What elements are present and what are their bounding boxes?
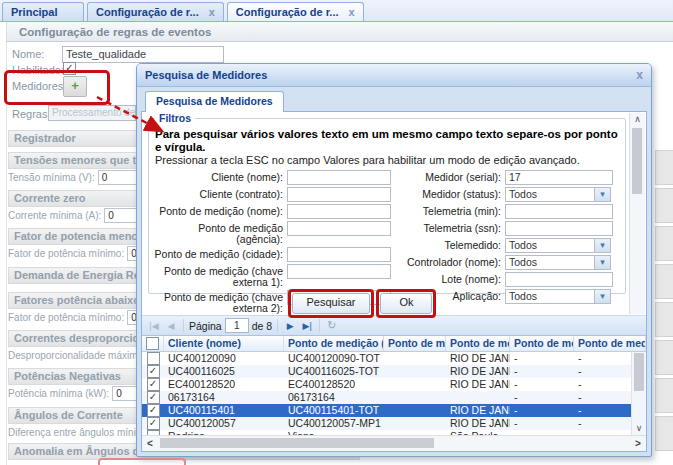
scrollbar-thumb[interactable] <box>632 128 642 194</box>
filter-input[interactable] <box>287 204 391 219</box>
filter-row: Ponto de medição (cidade): <box>151 247 391 262</box>
table-cell: RIO DE JANEIRO <box>446 417 510 430</box>
separator <box>183 319 184 332</box>
scroll-down-icon[interactable]: ∨ <box>632 422 646 435</box>
scrollbar-thumb[interactable] <box>634 353 644 391</box>
filter-select[interactable]: Todos▾ <box>505 187 611 202</box>
table-cell: - <box>510 352 574 365</box>
table-cell: UC400116025 <box>164 365 284 378</box>
tab-principal[interactable]: Principal <box>2 2 84 21</box>
filter-row: Lote (nome): <box>401 272 625 287</box>
tab-configuracao-1[interactable]: Configuração de r...x <box>87 2 224 21</box>
chevron-down-icon[interactable]: ▾ <box>594 188 610 201</box>
table-cell: - <box>574 352 632 365</box>
pesquisar-button[interactable]: Pesquisar <box>292 293 371 314</box>
filter-label: Telemedido: <box>401 238 505 251</box>
ok-button[interactable]: Ok <box>380 293 432 314</box>
close-icon[interactable]: x <box>636 69 643 81</box>
filter-input[interactable] <box>505 221 613 236</box>
close-icon[interactable]: x <box>199 4 215 21</box>
refresh-icon[interactable]: ↻ <box>327 319 336 332</box>
filter-input[interactable] <box>287 264 391 279</box>
table-scrollbar[interactable]: ∨ <box>631 352 646 435</box>
tab-label: Configuração de r... <box>96 4 199 21</box>
last-page-icon[interactable]: ▶| <box>300 321 314 331</box>
row-checkbox[interactable]: ✓ <box>147 417 160 430</box>
filter-row: Medidor (serial):17 <box>401 170 625 185</box>
filters-scrollbar[interactable]: ∧ <box>629 113 645 314</box>
table-cell: - <box>574 365 632 378</box>
table-row[interactable]: ✓UC400115401UC400115401-TOTRIO DE JANEIR… <box>142 404 632 417</box>
chevron-down-icon[interactable]: ▾ <box>594 256 610 269</box>
table-header-cell[interactable]: Ponto de medição <box>446 336 510 351</box>
filter-input[interactable] <box>287 221 391 236</box>
table-row[interactable]: ✓UC400120057UC400120057-MP1RIO DE JANEIR… <box>142 417 632 430</box>
close-icon[interactable]: x <box>339 4 355 21</box>
table-cell: UC400120057-MP1 <box>284 417 384 430</box>
table-row[interactable]: ✓UC400116025UC400116025-TOTRIO DE JANEIR… <box>142 365 632 378</box>
table-cell: RIO DE JANEIRO <box>446 365 510 378</box>
scroll-up-icon[interactable]: ∧ <box>630 113 645 126</box>
scroll-right-icon[interactable]: > <box>630 438 646 449</box>
row-checkbox[interactable] <box>147 352 160 365</box>
row-checkbox[interactable]: ✓ <box>147 365 160 378</box>
first-page-icon[interactable]: |◀ <box>147 321 161 331</box>
table-cell: - <box>510 404 574 417</box>
table-header-cell[interactable]: Ponto de medição (nome) <box>284 336 384 351</box>
page-label: Página <box>189 320 222 332</box>
row-checkbox[interactable]: ✓ <box>147 404 160 417</box>
row-checkbox-cell: ✓ <box>142 365 164 378</box>
table-row[interactable]: ✓EC400128520EC400128520RIO DE JANEIRO-- <box>142 378 632 391</box>
scrollbar-thumb[interactable] <box>160 438 434 448</box>
table-cell <box>384 404 446 417</box>
filter-select[interactable]: Todos▾ <box>505 255 611 270</box>
dialog-title: Pesquisa de Medidores <box>145 69 267 81</box>
table-cell: UC400116025-TOT <box>284 365 384 378</box>
table-cell <box>384 378 446 391</box>
scroll-left-icon[interactable]: < <box>142 438 158 449</box>
row-checkbox-cell: ✓ <box>142 391 164 404</box>
filter-input[interactable] <box>287 187 391 202</box>
row-checkbox[interactable]: ✓ <box>147 391 160 404</box>
next-page-icon[interactable]: ▶ <box>283 321 297 331</box>
table-cell: UC400120090-TOT <box>284 352 384 365</box>
dialog-titlebar[interactable]: Pesquisa de Medidores x <box>137 64 651 87</box>
page-number-input[interactable]: 1 <box>225 318 249 333</box>
table-header-cell[interactable]: Ponto de medição <box>510 336 574 351</box>
filter-row: Medidor (status):Todos▾ <box>401 187 625 202</box>
select-all-checkbox[interactable] <box>146 337 159 350</box>
dialog-buttons: Pesquisar Ok <box>141 292 604 314</box>
table-header-cell[interactable]: Ponto de medição <box>384 336 446 351</box>
filtros-fieldset: Filtros Para pesquisar vários valores te… <box>148 118 626 294</box>
table-cell: - <box>574 391 632 404</box>
row-checkbox-cell: ✓ <box>142 404 164 417</box>
table-row[interactable]: UC400120090UC400120090-TOTRIO DE JANEIRO… <box>142 352 632 365</box>
filter-input[interactable] <box>505 272 613 287</box>
page-total-label: de 8 <box>252 320 272 332</box>
filter-row: Cliente (contrato): <box>151 187 391 202</box>
filter-row: Telemedido:Todos▾ <box>401 238 625 253</box>
prev-page-icon[interactable]: ◀ <box>164 321 178 331</box>
table-row[interactable]: ✓0617316406173164-- <box>142 391 632 404</box>
select-value: Todos <box>506 188 594 201</box>
table-header-cell[interactable]: Cliente (nome) <box>164 336 284 351</box>
annotation-box-ok: Ok <box>376 289 436 318</box>
horizontal-scrollbar[interactable]: < > <box>142 435 646 451</box>
table-header-checkbox-cell <box>142 336 164 351</box>
filter-input[interactable] <box>287 247 391 262</box>
scrollbar-track[interactable] <box>158 436 630 451</box>
instruction-bold: Para pesquisar vários valores texto em u… <box>155 128 618 153</box>
filter-label: Telemetria (min): <box>401 204 505 217</box>
chevron-down-icon[interactable]: ▾ <box>594 239 610 252</box>
annotation-box-pesquisar: Pesquisar <box>288 289 375 318</box>
filter-input[interactable] <box>505 204 613 219</box>
tab-label: Configuração de r... <box>236 4 339 21</box>
table-header-cell[interactable]: Ponto de medição <box>574 336 646 351</box>
row-checkbox[interactable]: ✓ <box>147 378 160 391</box>
filter-input[interactable] <box>287 170 391 185</box>
annotation-arrow <box>90 92 190 152</box>
tab-configuracao-2[interactable]: Configuração de r...x <box>227 2 364 21</box>
filter-select[interactable]: Todos▾ <box>505 238 611 253</box>
separator <box>277 319 278 332</box>
filter-input[interactable]: 17 <box>505 170 613 185</box>
